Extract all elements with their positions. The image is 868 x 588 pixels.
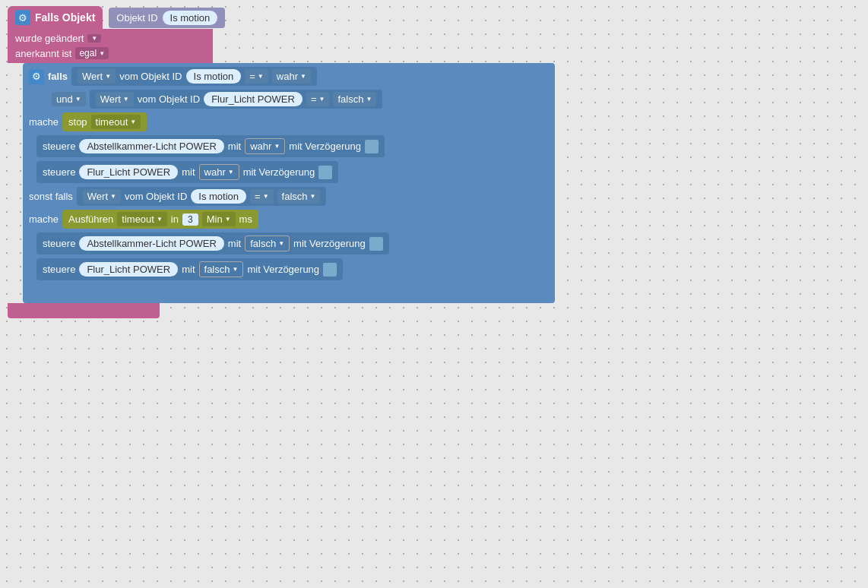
vom-objekt-id-1: vom Objekt ID (119, 71, 182, 82)
stop-label: stop (68, 116, 87, 128)
wahr-dropdown-1[interactable]: wahr (272, 69, 311, 84)
ausfuehren-label: Ausführen (68, 213, 113, 225)
steuere-1-label: steuere (43, 141, 75, 152)
objekt-id-block: Objekt ID Is motion (109, 8, 225, 28)
objekt-id-label: Objekt ID (116, 12, 157, 24)
ausfuehren-block: Ausführen timeout in 3 Min ms (62, 210, 258, 229)
wert-dropdown-2[interactable]: Wert (96, 92, 134, 106)
falsch-input-1: falsch (245, 236, 290, 251)
wahr-inner-dropdown-1[interactable]: wahr (250, 141, 280, 152)
falls-objekt-header: ⚙ Falls Objekt (8, 6, 103, 29)
condition-1-block: Wert vom Objekt ID Is motion = wahr (71, 67, 317, 86)
mache-1-label: mache (29, 116, 59, 128)
falsch-inner-dropdown-1[interactable]: falsch (250, 238, 284, 249)
is-motion-pill-3[interactable]: Is motion (191, 189, 246, 204)
mit-2-label: mit (182, 166, 195, 178)
steuere-2-row: steuere Flur_Licht POWER mit wahr mit Ve… (36, 161, 549, 183)
flur-licht-pill-2[interactable]: Flur_Licht POWER (79, 165, 178, 179)
und-dropdown[interactable]: und (52, 92, 86, 106)
steuere-1-block: steuere Abstellkammer-Licht POWER mit wa… (36, 135, 385, 157)
mit-1-label: mit (228, 141, 241, 152)
falls-label: falls (48, 71, 68, 82)
mit-verzoegerung-2: mit Verzögerung (243, 166, 315, 178)
ms-label: ms (239, 213, 252, 225)
falls-block: ⚙ falls Wert vom Objekt ID Is motion = w… (23, 63, 555, 303)
pink-bottom-bar (8, 303, 160, 318)
mit-4-label: mit (182, 264, 195, 275)
steuere-4-label: steuere (43, 264, 75, 275)
square-3 (369, 237, 383, 251)
steuere-3-label: steuere (43, 238, 75, 249)
mit-3-label: mit (228, 238, 241, 249)
condition-2-block: Wert vom Objekt ID Flur_Licht POWER = fa… (90, 90, 383, 109)
timeout-dropdown-1[interactable]: timeout (91, 115, 141, 129)
flur-licht-pill[interactable]: Flur_Licht POWER (204, 92, 303, 106)
pink-options-block: wurde geändert anerkannt ist egal (8, 29, 213, 63)
equals-dropdown-3[interactable]: = (250, 189, 274, 204)
min-dropdown[interactable]: Min (202, 212, 236, 226)
steuere-4-row: steuere Flur_Licht POWER mit falsch mit … (36, 258, 549, 280)
steuere-3-row: steuere Abstellkammer-Licht POWER mit fa… (36, 232, 549, 254)
falsch-dropdown-1[interactable]: falsch (333, 92, 376, 106)
wahr-inner-dropdown-2[interactable]: wahr (204, 166, 234, 178)
falls-header-row: ⚙ falls Wert vom Objekt ID Is motion = w… (29, 67, 549, 86)
steuere-2-label: steuere (43, 166, 75, 178)
is-motion-pill-2[interactable]: Is motion (186, 69, 242, 84)
square-2 (318, 166, 332, 179)
anerkannt-row: anerkannt ist egal (15, 47, 205, 59)
steuere-3-block: steuere Abstellkammer-Licht POWER mit fa… (36, 232, 389, 254)
wahr-input-1: wahr (245, 138, 285, 154)
und-row: und Wert vom Objekt ID Flur_Licht POWER … (52, 90, 549, 109)
abstellkammer-pill-1[interactable]: Abstellkammer-Licht POWER (79, 139, 223, 153)
egal-dropdown[interactable]: egal (75, 47, 109, 59)
vom-objekt-id-2: vom Objekt ID (138, 93, 200, 105)
wurde-row: wurde geändert (15, 33, 205, 44)
sonst-falls-row: sonst falls Wert vom Objekt ID Is motion… (29, 187, 549, 206)
sonst-condition-block: Wert vom Objekt ID Is motion = falsch (77, 187, 327, 206)
wert-dropdown-1[interactable]: Wert (78, 69, 116, 84)
number-badge: 3 (182, 213, 198, 226)
is-motion-pill-1[interactable]: Is motion (163, 11, 218, 25)
stop-timeout-block: stop timeout (62, 112, 147, 131)
square-4 (323, 263, 337, 277)
main-block: ⚙ Falls Objekt Objekt ID Is motion wurde… (8, 6, 555, 318)
sonst-falls-label: sonst falls (29, 191, 73, 202)
mit-verzoegerung-4: mit Verzögerung (247, 264, 319, 275)
mache-2-label-row: mache Ausführen timeout in 3 Min ms (29, 210, 549, 229)
mache-1-label-row: mache stop timeout (29, 112, 549, 131)
falls-gear-icon[interactable]: ⚙ (29, 69, 44, 84)
abstellkammer-pill-2[interactable]: Abstellkammer-Licht POWER (79, 236, 223, 251)
vom-objekt-id-3: vom Objekt ID (125, 191, 187, 202)
gear-icon[interactable]: ⚙ (15, 10, 30, 25)
mit-verzoegerung-1: mit Verzögerung (289, 141, 361, 152)
mache-2-label: mache (29, 213, 59, 225)
wahr-input-2: wahr (199, 164, 239, 180)
in-label: in (171, 213, 179, 225)
flur-licht-pill-3[interactable]: Flur_Licht POWER (79, 262, 178, 277)
bottom-spacer (29, 284, 549, 299)
square-1 (365, 140, 379, 153)
falsch-dropdown-2[interactable]: falsch (277, 189, 321, 204)
wurde-label: wurde geändert (15, 33, 84, 44)
mit-verzoegerung-3: mit Verzögerung (293, 238, 366, 249)
falls-objekt-label: Falls Objekt (35, 11, 95, 24)
equals-dropdown-1[interactable]: = (245, 69, 268, 84)
steuere-2-block: steuere Flur_Licht POWER mit wahr mit Ve… (36, 161, 338, 183)
steuere-4-block: steuere Flur_Licht POWER mit falsch mit … (36, 258, 343, 280)
steuere-1-row: steuere Abstellkammer-Licht POWER mit wa… (36, 135, 549, 157)
falsch-inner-dropdown-2[interactable]: falsch (204, 264, 239, 275)
falsch-input-2: falsch (199, 261, 244, 277)
anerkannt-label: anerkannt ist (15, 48, 71, 59)
timeout-dropdown-2[interactable]: timeout (117, 212, 167, 226)
wurde-dropdown[interactable] (87, 34, 101, 43)
equals-dropdown-2[interactable]: = (306, 92, 330, 106)
wert-dropdown-3[interactable]: Wert (83, 189, 121, 204)
